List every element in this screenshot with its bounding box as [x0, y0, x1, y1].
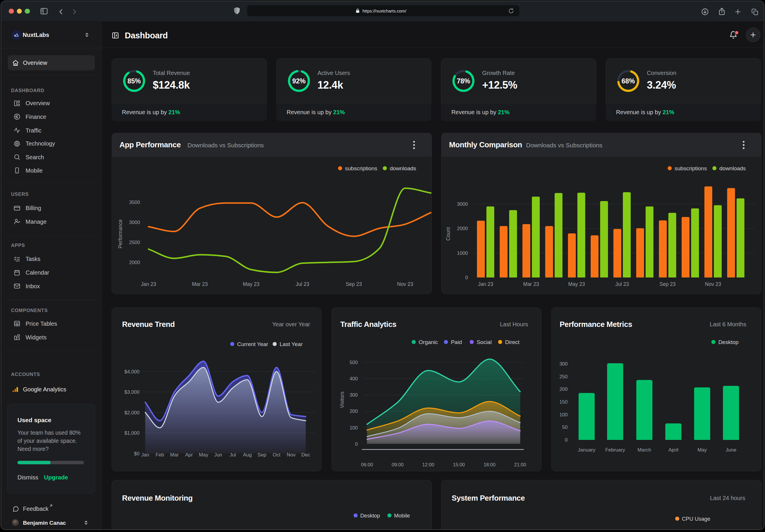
svg-text:Jan 23: Jan 23	[478, 281, 493, 287]
svg-text:Sep: Sep	[258, 452, 266, 458]
svg-text:Paid: Paid	[451, 339, 462, 345]
svg-text:3000: 3000	[129, 220, 140, 225]
svg-text:Jun: Jun	[214, 452, 222, 458]
svg-text:3000: 3000	[457, 201, 468, 207]
svg-text:1000: 1000	[457, 251, 468, 256]
svg-text:Desktop: Desktop	[361, 513, 380, 519]
svg-text:Nov 23: Nov 23	[397, 281, 413, 287]
svg-text:Sep 23: Sep 23	[346, 281, 362, 287]
svg-text:3500: 3500	[129, 200, 140, 205]
svg-text:Aug: Aug	[243, 452, 252, 458]
svg-text:$0: $0	[134, 451, 140, 456]
svg-text:Sep 23: Sep 23	[659, 281, 675, 287]
svg-text:January: January	[578, 447, 595, 453]
svg-text:Oct: Oct	[273, 452, 281, 458]
svg-text:downloads: downloads	[390, 165, 416, 172]
svg-text:Apr: Apr	[185, 452, 193, 458]
svg-text:Social: Social	[477, 339, 492, 345]
svg-text:250: 250	[559, 374, 568, 379]
svg-text:2000: 2000	[129, 260, 140, 265]
svg-text:Desktop: Desktop	[718, 339, 739, 345]
svg-text:15:00: 15:00	[453, 462, 465, 467]
svg-text:300: 300	[350, 392, 358, 398]
svg-text:21:00: 21:00	[514, 462, 526, 467]
svg-text:0: 0	[565, 437, 568, 443]
svg-text:March: March	[638, 447, 651, 453]
svg-text:$4,000: $4,000	[124, 369, 140, 374]
svg-text:2000: 2000	[457, 226, 468, 231]
svg-text:0: 0	[465, 275, 468, 280]
svg-text:200: 200	[350, 408, 358, 414]
svg-text:Organic: Organic	[418, 339, 438, 345]
svg-text:Jul: Jul	[230, 452, 236, 458]
svg-text:0: 0	[355, 441, 358, 447]
svg-text:subscriptions: subscriptions	[675, 165, 707, 172]
svg-text:May 23: May 23	[568, 281, 585, 287]
svg-text:Jan 23: Jan 23	[141, 281, 156, 287]
svg-text:200: 200	[559, 386, 568, 392]
svg-text:Count: Count	[445, 227, 451, 241]
svg-text:100: 100	[559, 412, 568, 417]
svg-text:78%: 78%	[457, 77, 470, 85]
svg-text:68%: 68%	[622, 77, 635, 85]
svg-text:Mar: Mar	[170, 452, 179, 458]
svg-text:June: June	[726, 447, 737, 453]
svg-text:CPU Usage: CPU Usage	[682, 516, 710, 522]
svg-text:Visitors: Visitors	[339, 391, 345, 408]
svg-text:300: 300	[559, 361, 568, 367]
svg-text:500: 500	[350, 360, 358, 365]
svg-text:Nov 23: Nov 23	[705, 281, 721, 287]
svg-text:85%: 85%	[127, 77, 141, 85]
svg-text:Last Year: Last Year	[280, 341, 303, 347]
svg-text:92%: 92%	[292, 77, 306, 85]
svg-text:$2,000: $2,000	[124, 410, 140, 415]
svg-text:April: April	[668, 447, 678, 453]
svg-text:Mar 23: Mar 23	[523, 281, 539, 287]
svg-text:May: May	[199, 452, 208, 458]
svg-text:downloads: downloads	[719, 165, 746, 172]
svg-text:50: 50	[562, 424, 568, 430]
svg-text:Nov: Nov	[287, 452, 296, 458]
svg-text:Mar 23: Mar 23	[192, 281, 208, 287]
svg-text:Jul 23: Jul 23	[296, 281, 309, 287]
svg-text:18:00: 18:00	[483, 462, 495, 467]
svg-text:2500: 2500	[129, 240, 140, 245]
svg-text:May: May	[698, 447, 707, 453]
svg-text:12:00: 12:00	[422, 462, 434, 467]
svg-text:400: 400	[350, 376, 358, 381]
svg-text:May 23: May 23	[243, 281, 259, 287]
svg-text:February: February	[605, 447, 625, 453]
svg-text:100: 100	[350, 425, 358, 431]
svg-text:Current Year: Current Year	[237, 341, 268, 347]
svg-text:$3,000: $3,000	[124, 389, 140, 395]
svg-text:Jul 23: Jul 23	[615, 281, 629, 287]
svg-text:Feb: Feb	[156, 452, 164, 458]
svg-text:Jan: Jan	[141, 452, 149, 458]
svg-text:$1,000: $1,000	[124, 430, 140, 436]
svg-text:09:00: 09:00	[391, 462, 403, 467]
svg-text:150: 150	[559, 399, 568, 405]
svg-text:Performance: Performance	[117, 220, 123, 249]
svg-text:Mobile: Mobile	[394, 513, 410, 519]
svg-text:Direct: Direct	[505, 339, 519, 345]
svg-text:Dec: Dec	[302, 452, 311, 458]
svg-text:06:00: 06:00	[361, 462, 373, 467]
svg-text:subscriptions: subscriptions	[345, 165, 377, 172]
